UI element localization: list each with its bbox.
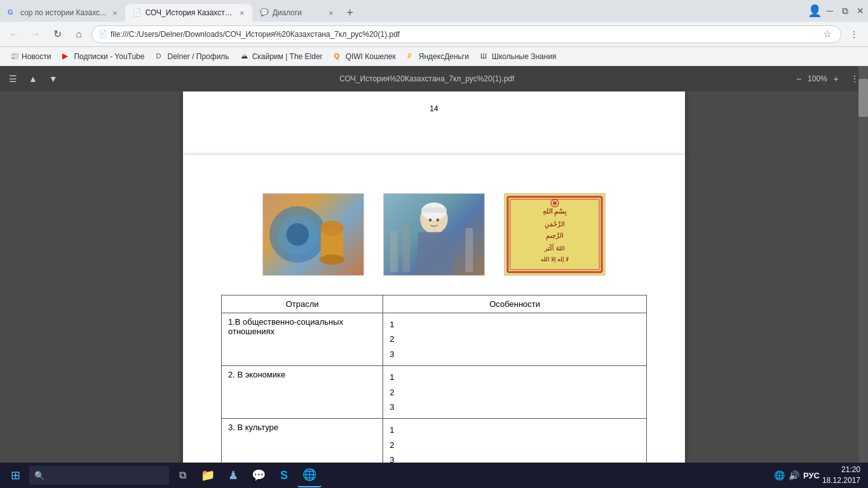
bookmark-yandex-icon: ₽: [407, 52, 416, 61]
address-bar-row: ← → ↻ ⌂ 📄 file:///C:/Users/Delner/Downlo…: [0, 22, 868, 47]
bookmark-youtube[interactable]: ▶ Подписки - YouTube: [57, 49, 149, 64]
profile-button[interactable]: 👤: [810, 6, 820, 16]
svg-rect-12: [421, 208, 447, 213]
taskbar-right: 🌐 🔊 РУС 21:20 18.12.2017: [774, 464, 865, 486]
bookmark-school-label: Школьные Знания: [492, 52, 557, 61]
tab-1-favicon: G: [8, 8, 17, 17]
bookmark-youtube-icon: ▶: [62, 52, 71, 61]
pdf-next-page[interactable]: ▼: [45, 71, 62, 86]
chrome-button[interactable]: 🌐: [297, 463, 322, 487]
taskbar-search[interactable]: 🔍: [29, 466, 169, 485]
bookmark-qiwi-icon: Q: [334, 52, 343, 61]
svg-rect-9: [465, 228, 473, 272]
table-header-features: Особенности: [383, 295, 647, 313]
pdf-page-number: 14: [221, 104, 647, 113]
extensions-button[interactable]: ⋮: [845, 25, 863, 43]
bookmark-skyrim[interactable]: ⛰ Скайрим | The Elder: [236, 49, 328, 64]
bookmark-yandex-label: ЯндексДеньги: [419, 52, 469, 61]
language-indicator: РУС: [803, 471, 820, 480]
search-icon: 🔍: [34, 471, 44, 480]
bookmark-qiwi-label: QIWI Кошелек: [346, 52, 396, 61]
scroll-thumb[interactable]: [858, 79, 868, 117]
discord-button[interactable]: 💬: [247, 463, 271, 487]
notification-area: 🌐 🔊 РУС: [774, 470, 820, 480]
bookmark-qiwi[interactable]: Q QIWI Кошелек: [329, 49, 401, 64]
svg-text:اللهُ أَكْبَر: اللهُ أَكْبَر: [544, 243, 564, 252]
tab-2-close[interactable]: ×: [240, 8, 245, 18]
bookmarks-bar: 📰 Новости ▶ Подписки - YouTube D Delner …: [0, 47, 868, 66]
svg-point-14: [437, 219, 439, 222]
bookmark-delner-label: Delner / Профиль: [167, 52, 229, 61]
tab-1[interactable]: G сор по истории Казахс... ×: [0, 4, 125, 22]
window-controls: 👤 ─ ⧉ ✕: [810, 6, 868, 16]
address-text: file:///C:/Users/Delner/Downloads/СОЧ_Ис…: [111, 30, 820, 39]
tab-2-favicon: 📄: [133, 8, 142, 17]
bookmark-star[interactable]: ☆: [820, 28, 834, 40]
taskview-icon: ⧉: [179, 470, 186, 481]
bookmark-skyrim-icon: ⛰: [241, 52, 250, 61]
scrollbar[interactable]: [858, 66, 868, 463]
svg-point-6: [321, 220, 344, 236]
svg-point-13: [429, 219, 431, 222]
pdf-image-3: بِسْمِ اللهِ الرَّحْمَنِ الرَّحِيمِ الله…: [504, 193, 606, 276]
forward-button[interactable]: →: [27, 25, 44, 43]
browser-content: 14: [0, 92, 868, 488]
skype-button[interactable]: S: [272, 463, 296, 487]
bookmark-school[interactable]: Ш Школьные Знания: [475, 49, 562, 64]
pdf-image-2: [383, 193, 485, 276]
explorer-icon: 📁: [201, 468, 215, 482]
svg-text:لا إله إلا الله: لا إله إلا الله: [541, 256, 569, 263]
address-bar[interactable]: 📄 file:///C:/Users/Delner/Downloads/СОЧ_…: [92, 25, 841, 43]
refresh-button[interactable]: ↻: [48, 25, 66, 43]
table-header-sector: Отрасли: [222, 295, 383, 313]
skype-icon: S: [280, 469, 288, 482]
tab-3[interactable]: 💬 Диалоги ×: [252, 4, 341, 22]
bookmark-news-icon: 📰: [10, 52, 19, 61]
taskbar: ⊞ 🔍 ⧉ 📁 ♟ 💬 S 🌐 🌐 🔊 РУС 21:20 18.12.2017: [0, 463, 868, 488]
tab-3-title: Диалоги: [273, 8, 322, 17]
steam-button[interactable]: ♟: [221, 463, 245, 487]
pdf-zoom-controls: − 100% +: [792, 71, 843, 86]
table-cell-sector-1: 1.В общественно-социальных отношениях: [222, 313, 383, 366]
tab-2[interactable]: 📄 СОЧ_История Казахста... ×: [125, 4, 252, 22]
tab-3-close[interactable]: ×: [329, 8, 334, 18]
taskview-button[interactable]: ⧉: [170, 463, 194, 487]
home-button[interactable]: ⌂: [70, 25, 88, 43]
new-tab-button[interactable]: +: [341, 4, 359, 22]
scholar-svg: [384, 193, 484, 276]
table-cell-features-1: 1 2 3: [383, 313, 647, 366]
minimize-button[interactable]: ─: [825, 6, 835, 16]
explorer-button[interactable]: 📁: [196, 463, 220, 487]
svg-point-5: [320, 255, 345, 265]
pdf-toggle-sidebar[interactable]: ☰: [5, 71, 21, 86]
start-button[interactable]: ⊞: [3, 463, 28, 488]
bookmark-news[interactable]: 📰 Новости: [5, 49, 56, 64]
close-button[interactable]: ✕: [855, 6, 865, 16]
bookmark-delner[interactable]: D Delner / Профиль: [151, 49, 234, 64]
ceramics-svg: [263, 193, 363, 276]
taskbar-time-display: 21:20: [822, 464, 860, 475]
restore-button[interactable]: ⧉: [840, 6, 850, 16]
bookmark-delner-icon: D: [156, 52, 165, 61]
pdf-prev-page[interactable]: ▲: [25, 71, 41, 86]
table-cell-sector-2: 2. В экономике: [222, 366, 383, 419]
bookmark-school-icon: Ш: [480, 52, 489, 61]
pdf-zoom-out[interactable]: −: [792, 71, 805, 86]
network-icon: 🌐: [774, 470, 785, 480]
svg-rect-7: [390, 231, 398, 272]
chrome-icon: 🌐: [302, 468, 316, 482]
bookmark-yandex[interactable]: ₽ ЯндексДеньги: [402, 49, 474, 64]
bookmark-youtube-label: Подписки - YouTube: [74, 52, 144, 61]
back-button[interactable]: ←: [5, 25, 23, 43]
pdf-zoom-in[interactable]: +: [830, 71, 843, 86]
features-2-numbers: 1 2 3: [390, 370, 640, 414]
images-row: بِسْمِ اللهِ الرَّحْمَنِ الرَّحِيمِ الله…: [221, 193, 647, 276]
tab-bar: G сор по истории Казахс... × 📄 СОЧ_Истор…: [0, 0, 868, 22]
calligraphy-svg: بِسْمِ اللهِ الرَّحْمَنِ الرَّحِيمِ الله…: [505, 193, 605, 276]
tab-1-close[interactable]: ×: [112, 8, 118, 18]
pdf-page-main: بِسْمِ اللهِ الرَّحْمَنِ الرَّحِيمِ الله…: [183, 155, 685, 488]
volume-icon: 🔊: [789, 470, 799, 480]
bookmark-skyrim-label: Скайрим | The Elder: [252, 52, 323, 61]
pdf-container[interactable]: 14: [0, 92, 868, 488]
steam-icon: ♟: [228, 468, 238, 482]
